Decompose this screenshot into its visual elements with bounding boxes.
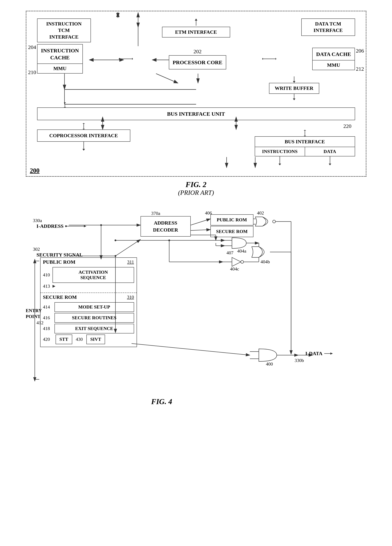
- label-204: 204: [28, 44, 36, 50]
- fig2-caption: FIG. 2 (PRIOR ART): [26, 180, 366, 196]
- svg-marker-95: [52, 285, 55, 288]
- ref-420: 420: [43, 337, 52, 342]
- ref-370a: 370a: [151, 211, 161, 216]
- fig2-caption-main: FIG. 2: [26, 180, 366, 189]
- arrow-bidir-right: [262, 56, 276, 62]
- secure-rom-right-block: SECURE ROM: [210, 226, 253, 237]
- secure-rom-section: SECURE ROM 310 414 MODE SET-UP 416 SECUR…: [40, 293, 137, 344]
- fig4-caption: FIG. 4: [151, 397, 172, 406]
- sivt-block: SIVT: [86, 335, 105, 344]
- svg-line-56: [116, 240, 141, 256]
- ref-404b: 404b: [261, 259, 270, 265]
- svg-point-46: [65, 225, 67, 227]
- arrow-bidir-left: [119, 56, 133, 62]
- security-signal-group: SECURITY SIGNAL: [37, 252, 83, 258]
- svg-marker-25: [276, 58, 276, 60]
- bus-interface-unit-block: BUS INTERFACE UNIT: [37, 107, 355, 120]
- stt-block: STT: [56, 335, 72, 344]
- mmu-left-block: MMU: [38, 64, 83, 73]
- bus-interface-outer: BUS INTERFACE INSTRUCTIONS DATA: [255, 136, 355, 156]
- svg-point-51: [100, 224, 102, 226]
- svg-line-58: [191, 230, 210, 230]
- svg-marker-37: [83, 149, 85, 151]
- svg-marker-21: [119, 58, 120, 60]
- fig4-container: I-ADDRESS 330a SECURITY SIGNAL 302 ADDRE…: [26, 207, 366, 440]
- ref-310: 310: [127, 294, 134, 300]
- etm-interface-block: ETM INTERFACE: [162, 27, 230, 38]
- label-210: 210: [28, 69, 36, 75]
- fig2-dashed-box: 200: [26, 11, 366, 177]
- svg-line-87: [132, 344, 250, 355]
- svg-marker-19: [195, 19, 197, 21]
- ref-400: 400: [266, 361, 273, 367]
- instruction-cache-block: INSTRUCTION CACHE: [38, 45, 83, 64]
- svg-marker-31: [64, 102, 66, 103]
- secure-rom-left-label: SECURE ROM: [43, 294, 77, 300]
- i-data-arrow: [324, 351, 333, 356]
- exit-sequence-block: EXIT SEQUENCE: [54, 324, 134, 333]
- ref-410: 410: [43, 272, 50, 278]
- entry-point-label: ENTRY POINT: [26, 308, 35, 320]
- svg-point-80: [168, 240, 170, 241]
- ref-406: 406: [205, 210, 212, 216]
- arrow-down-copro-out: [81, 142, 86, 151]
- arrow-bidir-bus: [302, 130, 308, 136]
- label-200: 200: [30, 167, 40, 174]
- svg-marker-24: [262, 58, 263, 60]
- secure-routines-block: SECURE ROUTINES: [54, 313, 134, 323]
- ref-414: 414: [43, 304, 52, 310]
- arrow-bidir-biu-left: [62, 102, 68, 107]
- i-data-group: I-DATA: [305, 351, 333, 356]
- security-signal-label: SECURITY SIGNAL: [37, 252, 83, 258]
- ref-402: 402: [257, 210, 264, 216]
- svg-marker-34: [83, 123, 85, 124]
- ref-404c: 404c: [230, 266, 239, 272]
- public-rom-left-label: PUBLIC ROM: [43, 259, 76, 265]
- svg-marker-27: [293, 81, 296, 83]
- rom-left-box: PUBLIC ROM 311 410 ACTIVATION SEQUENCE 4…: [40, 257, 137, 347]
- processor-core-block: PROCESSOR CORE: [169, 55, 226, 69]
- svg-marker-22: [132, 58, 133, 60]
- fig2-container: 200: [26, 11, 366, 196]
- svg-marker-47: [84, 225, 86, 227]
- label-206: 206: [356, 48, 364, 54]
- data-tcm-block: DATA TCM INTERFACE: [301, 19, 355, 36]
- secure-rom-section-header: SECURE ROM 310: [40, 293, 137, 301]
- i-address-group: I-ADDRESS: [37, 223, 87, 229]
- public-rom-right-block: PUBLIC ROM: [210, 214, 253, 226]
- arrow-down-wb: [291, 94, 297, 100]
- i-address-label: I-ADDRESS: [37, 223, 64, 229]
- i-data-label: I-DATA: [305, 351, 322, 356]
- instruction-tcm-block: INSTRUCTION TCM INTERFACE: [37, 19, 91, 42]
- instructions-cell: INSTRUCTIONS: [255, 147, 305, 156]
- ref-416: 416: [43, 315, 52, 320]
- public-rom-section-header: PUBLIC ROM 311: [40, 258, 137, 266]
- ref-330b: 330b: [295, 358, 304, 363]
- svg-line-57: [191, 219, 210, 225]
- mmu-right-block: MMU: [313, 60, 355, 70]
- ref-404a: 404a: [237, 248, 246, 254]
- arrow-413: [52, 285, 55, 288]
- bus-interface-cells: INSTRUCTIONS DATA: [255, 147, 355, 156]
- svg-marker-39: [304, 130, 306, 130]
- label-212: 212: [356, 66, 364, 72]
- i-address-arrow: [65, 224, 87, 228]
- address-decoder-block: ADDRESS DECODER: [141, 216, 191, 237]
- ref-418: 418: [43, 326, 52, 331]
- svg-point-59: [273, 220, 276, 223]
- ref-330a: 330a: [33, 218, 42, 223]
- svg-marker-42: [279, 164, 281, 165]
- fig2-caption-sub: (PRIOR ART): [26, 189, 366, 196]
- arrow-down-data: [327, 156, 333, 165]
- label-220: 220: [343, 123, 352, 129]
- ref-407: 407: [226, 250, 234, 256]
- write-buffer-block: WRITE BUFFER: [269, 83, 319, 94]
- svg-point-77: [115, 240, 116, 241]
- label-202: 202: [193, 48, 201, 55]
- svg-marker-44: [329, 164, 331, 165]
- coprocessor-interface-block: COPROCESSOR INTERFACE: [37, 130, 130, 142]
- ref-311: 311: [127, 259, 134, 265]
- svg-point-55: [115, 255, 116, 257]
- fig4-inner: I-ADDRESS 330a SECURITY SIGNAL 302 ADDRE…: [26, 207, 366, 440]
- ref-302: 302: [33, 247, 40, 252]
